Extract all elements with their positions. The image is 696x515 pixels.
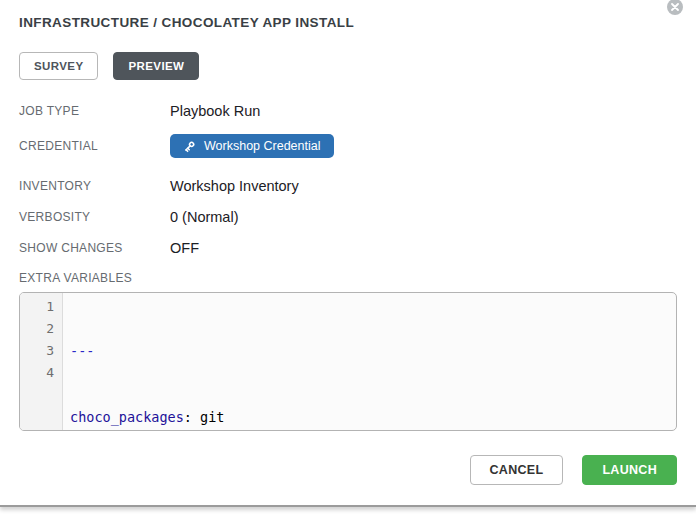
job-type-value: Playbook Run bbox=[170, 103, 260, 119]
yaml-doc-start: --- bbox=[70, 343, 94, 359]
editor-line-number-gutter: 1 2 3 4 bbox=[20, 293, 63, 430]
credential-badge-label: Workshop Credential bbox=[204, 139, 321, 153]
tab-preview[interactable]: PREVIEW bbox=[113, 52, 199, 80]
inventory-label: INVENTORY bbox=[19, 179, 170, 193]
detail-row-job-type: JOB TYPE Playbook Run bbox=[19, 103, 677, 119]
close-button[interactable] bbox=[667, 0, 683, 15]
extra-variables-editor[interactable]: 1 2 3 4 --- choco_packages: git app_stat… bbox=[19, 292, 677, 431]
yaml-key: choco_packages bbox=[70, 409, 184, 425]
detail-row-inventory: INVENTORY Workshop Inventory bbox=[19, 178, 677, 194]
show-changes-label: SHOW CHANGES bbox=[19, 241, 170, 255]
detail-row-credential: CREDENTIAL Workshop Credential bbox=[19, 134, 677, 158]
modal-title: INFRASTRUCTURE / CHOCOLATEY APP INSTALL bbox=[19, 15, 677, 30]
job-type-label: JOB TYPE bbox=[19, 104, 170, 118]
line-number: 2 bbox=[20, 318, 54, 340]
tab-survey[interactable]: SURVEY bbox=[19, 52, 98, 80]
launch-preview-modal: INFRASTRUCTURE / CHOCOLATEY APP INSTALL … bbox=[0, 0, 696, 507]
inventory-value: Workshop Inventory bbox=[170, 178, 299, 194]
extra-variables-label: EXTRA VARIABLES bbox=[19, 271, 677, 285]
line-number: 4 bbox=[20, 362, 54, 384]
yaml-value: : git bbox=[184, 409, 225, 425]
cancel-button[interactable]: CANCEL bbox=[470, 455, 564, 485]
close-icon bbox=[671, 3, 679, 11]
line-number: 3 bbox=[20, 340, 54, 362]
modal-header: INFRASTRUCTURE / CHOCOLATEY APP INSTALL bbox=[19, 0, 677, 30]
job-details: JOB TYPE Playbook Run CREDENTIAL Wor bbox=[19, 103, 677, 256]
credential-label: CREDENTIAL bbox=[19, 139, 170, 153]
show-changes-value: OFF bbox=[170, 240, 199, 256]
tab-bar: SURVEY PREVIEW bbox=[19, 52, 677, 80]
code-line: --- bbox=[70, 340, 676, 362]
launch-button[interactable]: LAUNCH bbox=[582, 455, 677, 485]
key-icon bbox=[183, 140, 196, 153]
verbosity-label: VERBOSITY bbox=[19, 210, 170, 224]
verbosity-value: 0 (Normal) bbox=[170, 209, 238, 225]
detail-row-show-changes: SHOW CHANGES OFF bbox=[19, 240, 677, 256]
credential-badge[interactable]: Workshop Credential bbox=[170, 134, 334, 158]
code-line: choco_packages: git bbox=[70, 406, 676, 428]
line-number: 1 bbox=[20, 296, 54, 318]
modal-footer: CANCEL LAUNCH bbox=[19, 455, 677, 485]
detail-row-verbosity: VERBOSITY 0 (Normal) bbox=[19, 209, 677, 225]
editor-code-area[interactable]: --- choco_packages: git app_state: prese… bbox=[63, 293, 676, 430]
